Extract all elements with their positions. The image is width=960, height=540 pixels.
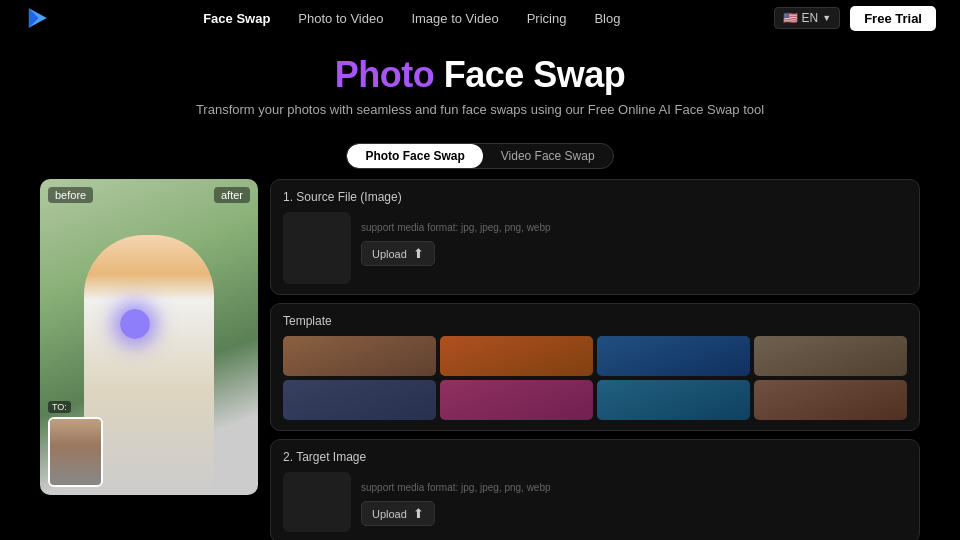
source-upload-button[interactable]: Upload ⬆ [361, 241, 435, 266]
hero-subtitle: Transform your photos with seamless and … [0, 102, 960, 117]
source-upload-info: support media format: jpg, jpeg, png, we… [361, 212, 907, 266]
target-upload-button[interactable]: Upload ⬆ [361, 501, 435, 526]
tab-row: Photo Face Swap Video Face Swap [0, 143, 960, 169]
source-section-title: 1. Source File (Image) [283, 190, 907, 204]
before-after-panel: before after TO: [40, 179, 258, 495]
nav-pricing[interactable]: Pricing [527, 11, 567, 26]
hero-title: Photo Face Swap [0, 54, 960, 96]
thumb-to-label: TO: [48, 401, 71, 413]
template-item-6[interactable] [440, 380, 593, 420]
target-upload-info: support media format: jpg, jpeg, png, we… [361, 472, 907, 526]
tab-pill: Photo Face Swap Video Face Swap [346, 143, 613, 169]
nav-face-swap[interactable]: Face Swap [203, 11, 270, 26]
logo[interactable] [24, 5, 50, 31]
template-section: Template [270, 303, 920, 431]
source-preview [283, 212, 351, 284]
glow-effect [120, 309, 150, 339]
after-label: after [214, 187, 250, 203]
nav-blog[interactable]: Blog [594, 11, 620, 26]
target-upload-area: support media format: jpg, jpeg, png, we… [283, 472, 907, 532]
template-item-7[interactable] [597, 380, 750, 420]
target-upload-icon: ⬆ [413, 506, 424, 521]
template-item-1[interactable] [283, 336, 436, 376]
lang-label: EN [802, 11, 819, 25]
template-item-5[interactable] [283, 380, 436, 420]
source-upload-area: support media format: jpg, jpeg, png, we… [283, 212, 907, 284]
target-image-section: 2. Target Image support media format: jp… [270, 439, 920, 540]
template-item-8[interactable] [754, 380, 907, 420]
hero-title-colored: Photo [335, 54, 434, 95]
nav-right: 🇺🇸 EN ▼ Free Trial [774, 6, 936, 31]
target-section-title: 2. Target Image [283, 450, 907, 464]
target-upload-label: Upload [372, 508, 407, 520]
nav-links: Face Swap Photo to Video Image to Video … [203, 11, 620, 26]
nav-image-to-video[interactable]: Image to Video [411, 11, 498, 26]
hero-section: Photo Face Swap Transform your photos wi… [0, 36, 960, 131]
free-trial-button[interactable]: Free Trial [850, 6, 936, 31]
language-selector[interactable]: 🇺🇸 EN ▼ [774, 7, 841, 29]
tab-photo-face-swap[interactable]: Photo Face Swap [347, 144, 482, 168]
hero-title-white: Face Swap [434, 54, 625, 95]
source-upload-label: Upload [372, 248, 407, 260]
thumbnail-image [50, 419, 101, 485]
template-section-title: Template [283, 314, 907, 328]
thumbnail-overlay [48, 417, 103, 487]
source-file-section: 1. Source File (Image) support media for… [270, 179, 920, 295]
before-label: before [48, 187, 93, 203]
target-preview [283, 472, 351, 532]
tab-video-face-swap[interactable]: Video Face Swap [483, 144, 613, 168]
nav-photo-to-video[interactable]: Photo to Video [298, 11, 383, 26]
flag-icon: 🇺🇸 [783, 11, 798, 25]
template-item-3[interactable] [597, 336, 750, 376]
template-item-2[interactable] [440, 336, 593, 376]
upload-icon: ⬆ [413, 246, 424, 261]
target-format-text: support media format: jpg, jpeg, png, we… [361, 482, 907, 493]
template-item-4[interactable] [754, 336, 907, 376]
template-grid [283, 336, 907, 420]
chevron-down-icon: ▼ [822, 13, 831, 23]
right-panel: 1. Source File (Image) support media for… [270, 179, 920, 540]
source-format-text: support media format: jpg, jpeg, png, we… [361, 222, 907, 233]
main-content: before after TO: 1. Source File (Image) … [0, 179, 960, 540]
navbar: Face Swap Photo to Video Image to Video … [0, 0, 960, 36]
